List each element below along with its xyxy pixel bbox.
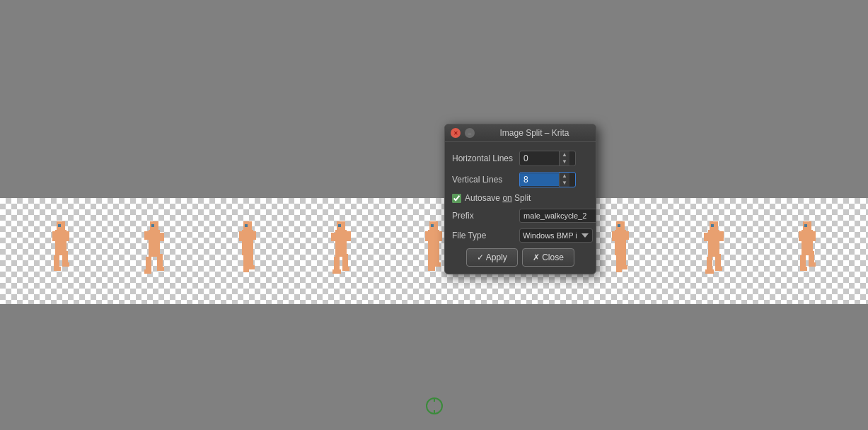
dialog-minimize-btn[interactable]: – xyxy=(465,128,475,138)
dialog-title: Image Split – Krita xyxy=(479,128,590,138)
svg-rect-13 xyxy=(144,231,149,240)
svg-rect-73 xyxy=(620,252,626,265)
svg-rect-54 xyxy=(431,224,434,227)
svg-rect-4 xyxy=(55,244,61,255)
svg-rect-24 xyxy=(239,231,243,241)
svg-rect-53 xyxy=(434,262,441,267)
svg-rect-29 xyxy=(248,252,253,265)
svg-rect-50 xyxy=(428,255,434,267)
prefix-row: Prefix xyxy=(452,209,589,223)
svg-rect-17 xyxy=(146,257,151,269)
svg-rect-36 xyxy=(347,231,351,241)
svg-rect-35 xyxy=(331,233,335,241)
dialog-buttons: ✓ Apply ✗ Close xyxy=(452,248,589,267)
svg-rect-8 xyxy=(54,267,61,271)
filetype-select[interactable]: Windows BMP i PNG JPEG TIFF xyxy=(519,228,593,243)
autosave-label[interactable]: Autosave on Split xyxy=(465,193,531,203)
svg-rect-48 xyxy=(428,244,434,255)
svg-rect-28 xyxy=(243,255,248,268)
svg-rect-96 xyxy=(800,267,807,271)
svg-rect-97 xyxy=(809,262,816,267)
svg-rect-26 xyxy=(242,244,248,255)
horizontal-lines-spinbox[interactable]: ▲ ▼ xyxy=(519,151,576,166)
horizontal-lines-up-btn[interactable]: ▲ xyxy=(560,151,569,158)
svg-rect-98 xyxy=(804,224,807,227)
svg-rect-39 xyxy=(334,257,340,269)
vertical-lines-spin-buttons: ▲ ▼ xyxy=(559,173,569,187)
svg-rect-89 xyxy=(802,230,813,244)
svg-rect-81 xyxy=(708,244,714,257)
vertical-lines-row: Vertical Lines ▲ ▼ xyxy=(452,172,589,187)
vertical-lines-input[interactable] xyxy=(520,173,559,186)
svg-rect-47 xyxy=(438,231,442,241)
dialog-close-btn[interactable]: ✕ xyxy=(451,128,461,138)
svg-rect-14 xyxy=(160,233,164,241)
horizontal-lines-row: Horizontal Lines ▲ ▼ xyxy=(452,151,589,166)
svg-rect-34 xyxy=(335,230,347,244)
svg-rect-67 xyxy=(615,230,626,244)
horizontal-lines-down-btn[interactable]: ▼ xyxy=(560,158,569,165)
svg-rect-83 xyxy=(707,257,712,269)
svg-rect-18 xyxy=(157,254,163,267)
svg-rect-91 xyxy=(811,231,816,241)
svg-rect-85 xyxy=(705,269,714,274)
sprite-char xyxy=(44,220,78,282)
cursor-circle-icon xyxy=(424,396,444,416)
svg-rect-15 xyxy=(149,244,154,257)
svg-rect-86 xyxy=(715,267,722,271)
svg-rect-92 xyxy=(802,244,807,255)
svg-rect-95 xyxy=(809,251,814,262)
svg-rect-20 xyxy=(157,267,164,271)
svg-rect-68 xyxy=(612,231,616,241)
close-x-icon: ✕ xyxy=(453,130,458,136)
svg-rect-7 xyxy=(62,251,68,262)
autosave-checkbox[interactable] xyxy=(452,194,461,203)
sprite-char xyxy=(603,220,637,282)
svg-rect-52 xyxy=(428,267,435,271)
svg-rect-75 xyxy=(620,265,627,269)
svg-rect-42 xyxy=(342,267,349,271)
svg-rect-76 xyxy=(618,224,620,227)
vertical-lines-down-btn[interactable]: ▼ xyxy=(560,180,569,187)
svg-rect-72 xyxy=(616,255,620,268)
svg-rect-32 xyxy=(245,224,248,227)
vertical-lines-up-btn[interactable]: ▲ xyxy=(560,173,569,180)
svg-rect-70 xyxy=(615,244,620,255)
svg-rect-25 xyxy=(252,231,256,240)
svg-rect-31 xyxy=(248,265,255,269)
svg-rect-80 xyxy=(719,231,724,241)
apply-button[interactable]: ✓ Apply xyxy=(466,248,518,267)
svg-rect-41 xyxy=(332,269,341,274)
vertical-lines-label: Vertical Lines xyxy=(452,175,519,185)
vertical-lines-spinbox[interactable]: ▲ ▼ xyxy=(519,172,576,187)
svg-rect-94 xyxy=(800,255,806,267)
svg-rect-12 xyxy=(149,230,160,244)
sprite-char xyxy=(697,220,731,282)
horizontal-lines-input[interactable] xyxy=(520,152,559,165)
dialog-titlebar: ✕ – Image Split – Krita xyxy=(445,124,596,142)
svg-rect-51 xyxy=(434,251,439,262)
svg-rect-90 xyxy=(799,231,803,241)
svg-rect-40 xyxy=(342,254,348,267)
minimize-icon: – xyxy=(468,130,471,136)
autosave-row: Autosave on Split xyxy=(452,193,589,203)
filetype-row: File Type Windows BMP i PNG JPEG TIFF xyxy=(452,228,589,243)
svg-rect-23 xyxy=(242,230,253,244)
svg-rect-69 xyxy=(625,231,629,240)
svg-rect-78 xyxy=(708,230,719,244)
filetype-label: File Type xyxy=(452,231,519,240)
svg-rect-84 xyxy=(715,254,721,267)
svg-rect-87 xyxy=(711,224,714,227)
svg-rect-21 xyxy=(151,224,154,227)
svg-rect-43 xyxy=(338,224,341,227)
svg-rect-9 xyxy=(62,262,69,267)
svg-rect-79 xyxy=(704,233,708,241)
sprite-strip xyxy=(0,198,868,304)
image-split-dialog: ✕ – Image Split – Krita Horizontal Lines… xyxy=(444,124,596,274)
svg-rect-2 xyxy=(52,231,57,241)
autosave-label-text: Autosave on Split xyxy=(465,193,531,203)
close-dialog-button[interactable]: ✗ Close xyxy=(522,248,574,267)
svg-rect-3 xyxy=(65,231,69,241)
svg-rect-46 xyxy=(425,231,429,241)
prefix-input[interactable] xyxy=(519,209,596,223)
